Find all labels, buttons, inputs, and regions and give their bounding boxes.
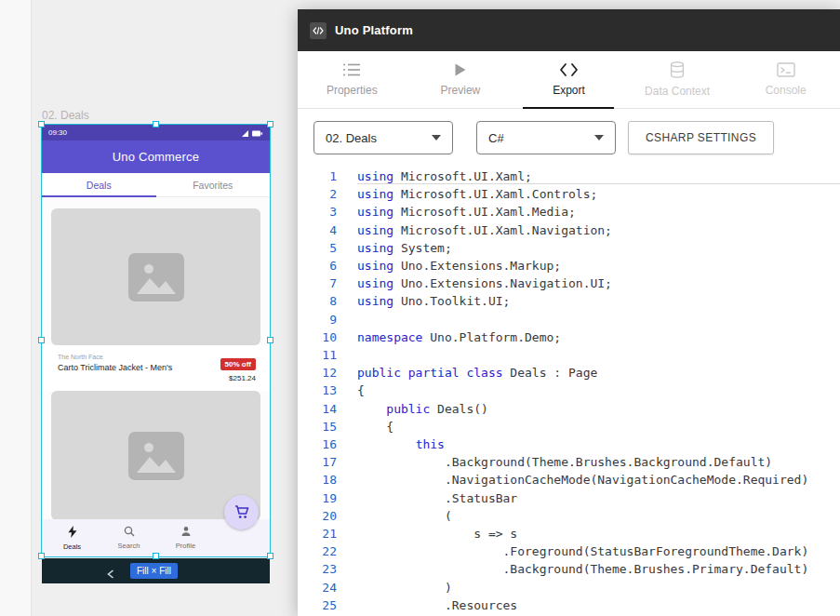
- nav-item-deals[interactable]: Deals: [44, 519, 100, 556]
- search-icon: [124, 526, 135, 539]
- status-time: 09:30: [48, 128, 67, 137]
- code-line: 20 (: [298, 507, 840, 525]
- selection-handle[interactable]: [267, 337, 273, 343]
- selection-handle[interactable]: [267, 553, 273, 559]
- line-number: 19: [298, 489, 337, 507]
- code-line: 6using Uno.Extensions.Markup;: [298, 257, 840, 275]
- panel-title: Uno Platform: [335, 23, 413, 37]
- selection-handle[interactable]: [38, 337, 45, 343]
- tab-data-context: Data Context: [623, 51, 732, 108]
- line-number: 24: [298, 579, 337, 596]
- nav-item-search[interactable]: Search: [100, 519, 157, 556]
- phone-tab-bar: DealsFavorites: [42, 173, 270, 197]
- nav-item-profile[interactable]: Profile: [157, 519, 214, 556]
- image-icon: [128, 432, 184, 480]
- fill-size-button[interactable]: Fill × Fill: [130, 563, 178, 579]
- product-info[interactable]: The North Face Carto Triclimate Jacket -…: [42, 345, 270, 391]
- line-number: 9: [298, 311, 337, 328]
- code-line: 2using Microsoft.UI.Xaml.Controls;: [298, 185, 840, 203]
- cart-icon: [234, 505, 249, 519]
- phone-artboard[interactable]: 09:30 Uno Commerce DealsFavorites The No…: [42, 125, 270, 556]
- line-number: 23: [298, 560, 337, 578]
- page-select-value: 02. Deals: [326, 131, 377, 145]
- nav-label: Deals: [63, 542, 81, 551]
- code-line: 3using Microsoft.UI.Xaml.Media;: [298, 203, 840, 221]
- language-select-value: C#: [488, 131, 504, 145]
- selection-handle[interactable]: [153, 553, 159, 559]
- line-number: 17: [298, 453, 337, 471]
- tab-console: Console: [731, 51, 840, 108]
- code-icon: [559, 62, 579, 77]
- code-line: 12public partial class Deals : Page: [298, 364, 840, 382]
- chevron-left-icon[interactable]: [107, 566, 114, 583]
- line-number: 21: [298, 525, 337, 542]
- code-badge-icon: [310, 22, 327, 39]
- code-line: 4using Microsoft.UI.Xaml.Navigation;: [298, 221, 840, 239]
- code-line: 11: [298, 346, 840, 364]
- nav-label: Search: [118, 542, 140, 550]
- line-number: 8: [298, 292, 337, 310]
- tab-properties[interactable]: Properties: [298, 51, 407, 108]
- tab-label: Preview: [441, 84, 481, 97]
- code-line: 17 .Background(Theme.Brushes.Background.…: [298, 453, 840, 471]
- code-lines: 1using Microsoft.UI.Xaml;2using Microsof…: [298, 167, 840, 616]
- code-line: 14 public Deals(): [298, 400, 840, 418]
- line-number: 18: [298, 471, 337, 489]
- line-number: 7: [298, 275, 337, 292]
- line-number: 4: [298, 221, 337, 239]
- product-image-placeholder[interactable]: [51, 208, 260, 345]
- code-line: 25 .Resources: [298, 596, 840, 614]
- line-number: 20: [298, 507, 337, 525]
- tab-export[interactable]: Export: [514, 51, 623, 108]
- image-icon: [128, 253, 184, 301]
- code-editor[interactable]: 1using Microsoft.UI.Xaml;2using Microsof…: [298, 167, 840, 616]
- line-number: 1: [298, 167, 337, 185]
- caret-down-icon: [594, 135, 604, 141]
- uno-platform-panel: Uno Platform PropertiesPreviewExportData…: [298, 9, 840, 616]
- selection-handle[interactable]: [267, 121, 273, 127]
- bolt-icon: [68, 526, 77, 540]
- line-number: 15: [298, 418, 337, 435]
- line-number: 12: [298, 364, 337, 382]
- code-line: 9: [298, 311, 840, 328]
- selection-handle[interactable]: [38, 121, 45, 127]
- csharp-settings-button[interactable]: CSHARP SETTINGS: [628, 121, 774, 154]
- language-select[interactable]: C#: [476, 121, 616, 154]
- code-line: 23 .Background(Theme.Brushes.Primary.Def…: [298, 560, 840, 578]
- code-line: 13{: [298, 382, 840, 399]
- page-select[interactable]: 02. Deals: [313, 121, 453, 154]
- tab-label: Console: [766, 84, 807, 97]
- list-icon: [342, 62, 361, 77]
- line-number: 2: [298, 185, 337, 203]
- product-name: Carto Triclimate Jacket - Men's: [58, 363, 172, 372]
- code-line: 5using System;: [298, 239, 840, 257]
- console-icon: [777, 62, 795, 77]
- selection-handle[interactable]: [38, 553, 45, 559]
- cart-fab[interactable]: [224, 495, 259, 529]
- panel-tabs: PropertiesPreviewExportData ContextConso…: [298, 51, 840, 109]
- code-divider: [357, 183, 840, 184]
- artboard-label[interactable]: 02. Deals: [42, 109, 89, 122]
- app-bar-title: Uno Commerce: [113, 150, 199, 164]
- code-line: 7using Uno.Extensions.Navigation.UI;: [298, 275, 840, 292]
- phone-tab-favorites[interactable]: Favorites: [156, 173, 271, 196]
- tab-preview[interactable]: Preview: [407, 51, 515, 108]
- nav-label: Profile: [176, 542, 195, 550]
- code-line: 19 .StatusBar: [298, 489, 840, 507]
- code-line: 10namespace Uno.Platform.Demo;: [298, 328, 840, 346]
- code-line: 24 ): [298, 579, 840, 596]
- line-number: 6: [298, 257, 337, 275]
- product-price: $251.24: [220, 374, 256, 382]
- line-number: 25: [298, 596, 337, 614]
- tab-label: Data Context: [645, 85, 710, 98]
- selection-handle[interactable]: [153, 121, 159, 127]
- tab-label: Properties: [327, 84, 378, 97]
- signal-battery-icon: [241, 129, 263, 138]
- line-number: 3: [298, 203, 337, 221]
- line-number: 16: [298, 435, 337, 453]
- code-line: 22 .Foreground(StatusBarForegroundTheme.…: [298, 542, 840, 560]
- line-number: 13: [298, 382, 337, 399]
- phone-tab-deals[interactable]: Deals: [42, 173, 156, 196]
- line-number: 11: [298, 346, 337, 364]
- canvas-left-gutter: [0, 0, 32, 616]
